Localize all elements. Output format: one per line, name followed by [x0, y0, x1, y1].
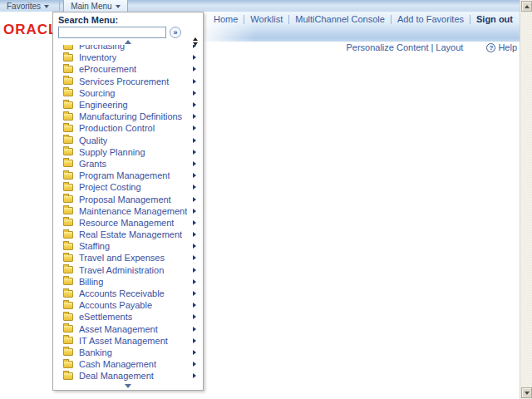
- menu-scroll-down-row: [53, 382, 203, 390]
- menu-item-label: Inventory: [79, 52, 116, 62]
- top-tab-bar: Favorites Main Menu: [0, 0, 520, 12]
- folder-icon: [63, 361, 73, 368]
- menu-item-label: Deal Management: [79, 371, 154, 381]
- submenu-arrow-icon: [193, 279, 196, 284]
- submenu-arrow-icon: [193, 79, 196, 84]
- menu-item-real-estate-management[interactable]: Real Estate Management: [53, 229, 203, 240]
- menu-item-sourcing[interactable]: Sourcing: [53, 87, 203, 99]
- scrollbar-up-button[interactable]: [521, 1, 532, 12]
- submenu-arrow-icon: [193, 114, 196, 119]
- menu-item-inventory[interactable]: Inventory: [53, 52, 203, 63]
- menu-item-project-costing[interactable]: Project Costing: [53, 181, 203, 193]
- menu-item-grants[interactable]: Grants: [53, 158, 203, 170]
- menu-item-it-asset-management[interactable]: IT Asset Management: [53, 335, 203, 347]
- menu-item-asset-management[interactable]: Asset Management: [53, 323, 203, 335]
- help-link[interactable]: ? Help: [486, 42, 517, 52]
- menu-item-label: Sourcing: [79, 88, 115, 98]
- menu-item-label: Asset Management: [79, 324, 158, 334]
- layout-link[interactable]: Layout: [436, 42, 463, 52]
- folder-icon: [63, 302, 73, 309]
- menu-search-section: Search Menu: »: [53, 12, 203, 38]
- folder-icon: [63, 148, 73, 155]
- submenu-arrow-icon: [193, 362, 196, 367]
- menu-item-banking[interactable]: Banking: [53, 347, 203, 358]
- menu-item-maintenance-management[interactable]: Maintenance Management: [53, 205, 203, 217]
- menu-item-purchasing[interactable]: Purchasing: [53, 45, 203, 52]
- scrollbar-up-icon: [525, 5, 530, 8]
- main-menu-dropdown: Search Menu: » PurchasingInventoryeProcu…: [52, 12, 204, 391]
- menu-item-staffing[interactable]: Staffing: [53, 240, 203, 252]
- folder-icon: [63, 113, 73, 121]
- folder-icon: [63, 89, 73, 96]
- menu-item-label: Services Procurement: [79, 76, 169, 86]
- nav-divider: [470, 15, 470, 24]
- folder-icon: [63, 66, 73, 73]
- menu-item-label: Resource Management: [79, 218, 174, 228]
- menu-item-accounts-receivable[interactable]: Accounts Receivable: [53, 288, 203, 299]
- menu-item-travel-and-expenses[interactable]: Travel and Expenses: [53, 252, 203, 264]
- scroll-down-icon[interactable]: [125, 384, 131, 388]
- submenu-arrow-icon: [193, 268, 196, 273]
- menu-resize-spinner-icon[interactable]: [193, 37, 198, 46]
- menu-item-proposal-management[interactable]: Proposal Management: [53, 193, 203, 204]
- menu-item-supply-planning[interactable]: Supply Planning: [53, 146, 203, 158]
- submenu-arrow-icon: [193, 102, 196, 107]
- submenu-arrow-icon: [193, 173, 196, 178]
- folder-icon: [63, 254, 73, 262]
- menu-item-label: Staffing: [79, 241, 110, 251]
- menu-item-label: Proposal Management: [79, 195, 171, 204]
- folder-icon: [63, 54, 73, 62]
- main-menu-button[interactable]: Main Menu: [63, 0, 127, 12]
- search-go-icon[interactable]: »: [170, 27, 181, 38]
- main-menu-label: Main Menu: [71, 2, 111, 11]
- menu-item-deal-management[interactable]: Deal Management: [53, 370, 203, 382]
- menu-item-services-procurement[interactable]: Services Procurement: [53, 76, 203, 87]
- submenu-arrow-icon: [193, 66, 196, 71]
- menu-item-eprocurement[interactable]: eProcurement: [53, 63, 203, 75]
- nav-link-home[interactable]: Home: [214, 14, 238, 24]
- menu-item-label: Program Management: [79, 170, 170, 180]
- menu-item-engineering[interactable]: Engineering: [53, 99, 203, 111]
- scrollbar-down-icon: [525, 392, 530, 395]
- menu-item-label: Cash Management: [79, 359, 156, 369]
- menu-item-quality[interactable]: Quality: [53, 135, 203, 146]
- personalize-content-link[interactable]: Personalize Content: [346, 42, 428, 52]
- nav-link-multichannel-console[interactable]: MultiChannel Console: [295, 14, 385, 24]
- folder-icon: [63, 219, 73, 226]
- submenu-arrow-icon: [193, 55, 196, 60]
- scroll-up-icon[interactable]: [125, 40, 131, 44]
- folder-icon: [63, 290, 73, 298]
- menu-item-label: Grants: [79, 159, 106, 169]
- menu-item-cash-management[interactable]: Cash Management: [53, 358, 203, 370]
- folder-icon: [63, 337, 73, 344]
- menu-search-input[interactable]: [58, 27, 166, 38]
- menu-item-resource-management[interactable]: Resource Management: [53, 217, 203, 229]
- favorites-menu-button[interactable]: Favorites: [0, 0, 56, 12]
- menu-item-accounts-payable[interactable]: Accounts Payable: [53, 299, 203, 311]
- scrollbar-down-button[interactable]: [521, 387, 532, 398]
- submenu-arrow-icon: [193, 138, 196, 143]
- submenu-arrow-icon: [193, 244, 196, 249]
- folder-icon: [63, 231, 73, 239]
- menu-item-program-management[interactable]: Program Management: [53, 170, 203, 181]
- menu-item-travel-administration[interactable]: Travel Administration: [53, 264, 203, 276]
- menu-item-billing[interactable]: Billing: [53, 276, 203, 288]
- submenu-arrow-icon: [193, 232, 196, 237]
- menu-item-manufacturing-definitions[interactable]: Manufacturing Definitions: [53, 111, 203, 122]
- folder-icon: [63, 184, 73, 191]
- vertical-scrollbar[interactable]: [520, 0, 532, 399]
- submenu-arrow-icon: [193, 255, 196, 260]
- menu-item-label: Travel Administration: [79, 265, 164, 275]
- menu-item-label: Billing: [79, 277, 103, 287]
- menu-item-label: Banking: [79, 347, 112, 357]
- menu-item-production-control[interactable]: Production Control: [53, 122, 203, 134]
- menu-item-label: Project Costing: [79, 182, 141, 192]
- menu-item-esettlements[interactable]: eSettlements: [53, 311, 203, 323]
- nav-link-add-to-favorites[interactable]: Add to Favorites: [397, 14, 464, 24]
- help-question-icon: ?: [486, 43, 495, 52]
- nav-link-sign-out[interactable]: Sign out: [476, 14, 513, 24]
- menu-item-label: Production Control: [79, 123, 155, 133]
- submenu-arrow-icon: [193, 209, 196, 214]
- menu-item-label: Quality: [79, 135, 107, 145]
- nav-link-worklist[interactable]: Worklist: [250, 14, 283, 24]
